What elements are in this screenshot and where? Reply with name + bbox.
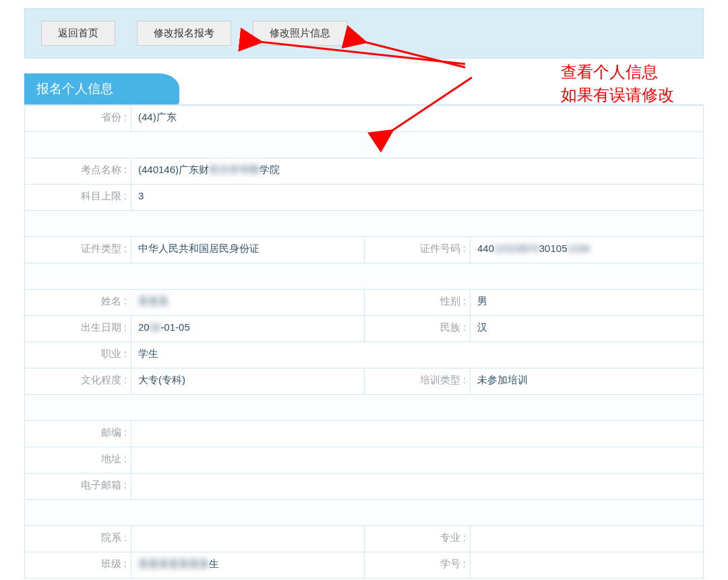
annotation-text: 查看个人信息 如果有误请修改: [561, 61, 674, 106]
label-education: 文化程度 :: [25, 368, 131, 394]
edit-photo-button[interactable]: 修改照片信息: [253, 21, 347, 46]
value-major: [470, 526, 703, 552]
label-exam-site: 考点名称 :: [25, 158, 131, 184]
value-occupation: 学生: [131, 342, 703, 368]
value-training: 未参加培训: [470, 368, 703, 394]
spacer-row: [25, 131, 703, 158]
value-education: 大专(专科): [131, 368, 364, 394]
value-exam-site: (440146)广东财经大学华商学院: [131, 158, 703, 184]
value-name: 某某某: [131, 290, 364, 315]
spacer-row: [25, 499, 703, 525]
value-province: (44)广东: [131, 106, 703, 131]
label-id-number: 证件号码 :: [364, 237, 470, 263]
label-name: 姓名 :: [25, 290, 131, 315]
annotation-line-1: 查看个人信息: [561, 63, 658, 81]
label-gender: 性别 :: [364, 290, 470, 315]
value-subject-limit: 3: [131, 185, 703, 210]
value-student-id: [470, 552, 703, 578]
label-training: 培训类型 :: [364, 368, 470, 394]
value-faculty: [131, 526, 364, 552]
row-email: 电子邮箱 :: [25, 473, 703, 499]
info-table: 省份 : (44)广东 考点名称 : (440146)广东财经大学华商学院 科目…: [24, 105, 704, 579]
value-birth: 2003-01-05: [131, 316, 364, 342]
row-exam-site: 考点名称 : (440146)广东财经大学华商学院: [25, 158, 703, 184]
row-birth-ethnic: 出生日期 : 2003-01-05 民族 : 汉: [25, 315, 703, 342]
value-class: 某某某某某某某生: [131, 552, 364, 578]
annotation-line-2: 如果有误请修改: [561, 86, 674, 104]
label-birth: 出生日期 :: [25, 316, 131, 342]
value-id-number: 44012319970301051234: [470, 237, 703, 263]
value-address: [131, 447, 703, 473]
row-name-gender: 姓名 : 某某某 性别 : 男: [25, 289, 703, 315]
row-province: 省份 : (44)广东: [25, 105, 703, 131]
row-occupation: 职业 : 学生: [25, 342, 703, 368]
label-subject-limit: 科目上限 :: [25, 185, 131, 210]
value-id-type: 中华人民共和国居民身份证: [131, 237, 364, 263]
label-class: 班级 :: [25, 552, 131, 578]
row-subject-limit: 科目上限 : 3: [25, 184, 703, 210]
edit-registration-button[interactable]: 修改报名报考: [137, 21, 231, 46]
spacer-row: [25, 263, 703, 289]
spacer-row: [25, 394, 703, 420]
value-gender: 男: [470, 290, 703, 315]
label-email: 电子邮箱 :: [25, 474, 131, 499]
row-edu-training: 文化程度 : 大专(专科) 培训类型 : 未参加培训: [25, 368, 703, 394]
spacer-row: [25, 210, 703, 236]
label-ethnic: 民族 :: [364, 316, 470, 342]
label-occupation: 职业 :: [25, 342, 131, 368]
panel-title: 报名个人信息: [24, 73, 179, 104]
label-student-id: 学号 :: [364, 552, 470, 578]
top-toolbar: 返回首页 修改报名报考 修改照片信息: [24, 8, 704, 59]
back-button[interactable]: 返回首页: [41, 21, 115, 46]
row-faculty-major: 院系 : 专业 :: [25, 525, 703, 552]
row-class-studentid: 班级 : 某某某某某某某生 学号 :: [25, 552, 703, 578]
value-postcode: [131, 421, 703, 447]
value-ethnic: 汉: [470, 316, 703, 342]
value-email: [131, 474, 703, 499]
label-province: 省份 :: [25, 106, 131, 131]
label-id-type: 证件类型 :: [25, 237, 131, 263]
row-postcode: 邮编 :: [25, 420, 703, 447]
label-postcode: 邮编 :: [25, 421, 131, 447]
row-id: 证件类型 : 中华人民共和国居民身份证 证件号码 : 4401231997030…: [25, 236, 703, 263]
label-address: 地址 :: [25, 447, 131, 473]
label-faculty: 院系 :: [25, 526, 131, 552]
label-major: 专业 :: [364, 526, 470, 552]
row-address: 地址 :: [25, 447, 703, 473]
